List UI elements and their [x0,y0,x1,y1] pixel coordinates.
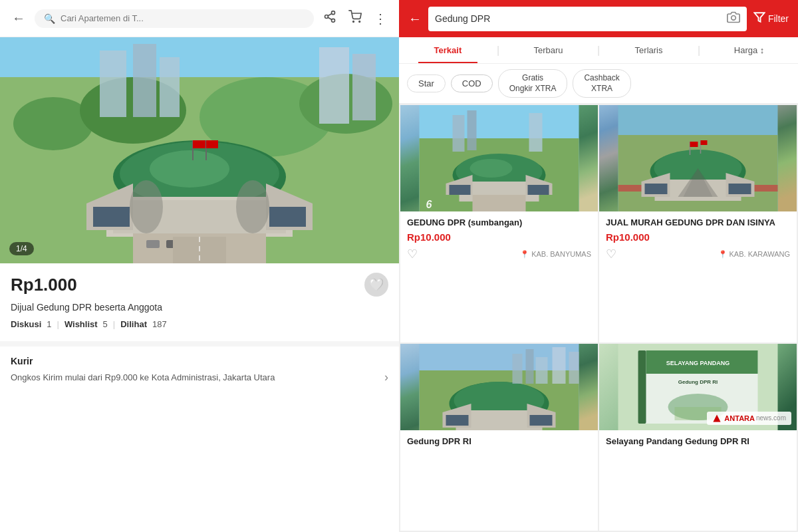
svg-rect-85 [569,352,579,384]
chip-gratis-ongkir[interactable]: GratisOngkir XTRA [498,69,568,98]
tab-terkait[interactable]: Terkait [399,37,497,63]
card-location-2: 📍 KAB. KARAWANG [718,250,790,259]
more-button-left[interactable]: ⋮ [371,8,390,29]
svg-point-6 [359,21,360,23]
card-price-1: Rp10.000 [407,231,591,243]
card-actions-2: ♡ 📍 KAB. KARAWANG [606,247,790,261]
chip-cod[interactable]: COD [451,74,493,92]
svg-rect-81 [513,354,523,384]
svg-rect-88 [638,350,646,424]
svg-point-20 [150,150,229,188]
filter-label: Filter [768,13,789,24]
search-input-wrap[interactable] [428,7,747,31]
chip-cashback[interactable]: CashbackXTRA [573,69,630,98]
product-image-3 [400,344,598,430]
card-location-1: 📍 KAB. BANYUMAS [520,250,591,259]
chip-star[interactable]: Star [407,74,446,92]
product-image-1: 6 [400,105,598,211]
camera-icon[interactable] [727,11,740,27]
svg-rect-36 [193,140,206,148]
svg-rect-27 [93,207,130,227]
svg-rect-28 [269,207,306,227]
svg-rect-80 [530,415,553,426]
svg-rect-54 [529,113,543,152]
product-card-2[interactable]: JUAL MURAH GEDUNG DPR DAN ISINYA Rp10.00… [599,105,797,342]
product-info: Rp1.000 🤍 Dijual Gedung DPR beserta Angg… [0,263,399,338]
product-card-3[interactable]: Gedung DPR RI [400,344,598,531]
svg-rect-49 [450,185,471,195]
tab-harga[interactable]: Harga ↕ [700,37,798,63]
svg-rect-66 [645,184,668,194]
heart-icon: 🤍 [369,277,384,292]
right-header: ← Filter [399,0,798,37]
svg-marker-40 [754,13,764,22]
right-panel: ← Filter Terkait | Terbaru [399,0,798,532]
svg-rect-16 [319,47,349,124]
main-product-image [0,37,399,263]
search-input-left[interactable] [61,13,305,23]
product-image-4: SELAYANG PANDANG Gedung DPR RI ANTARA ne… [599,344,797,430]
svg-line-4 [328,13,332,15]
wishlist-value: 5 [103,319,108,329]
svg-line-3 [328,17,332,19]
kurir-description[interactable]: Ongkos Kirim mulai dari Rp9.000 ke Kota … [11,370,388,384]
svg-rect-30 [146,240,160,248]
card-title-4: Selayang Pandang Gedung DPR RI [606,436,790,448]
product-card-1[interactable]: 6 GEDUNG DPR (sumbangan) Rp10.000 ♡ 📍 KA… [400,105,598,342]
svg-rect-79 [446,415,469,426]
cart-button-left[interactable] [346,7,364,29]
card-body-1: GEDUNG DPR (sumbangan) Rp10.000 ♡ 📍 KAB.… [400,211,598,267]
svg-text:SELAYANG PANDANG: SELAYANG PANDANG [666,360,730,366]
svg-rect-50 [528,185,549,195]
wishlist-button[interactable]: 🤍 [364,273,388,297]
back-button-right[interactable]: ← [408,11,422,27]
product-price: Rp1.000 [11,275,77,295]
product-image-container: 1/4 [0,37,399,263]
antara-brand: ANTARA [724,414,755,422]
share-button[interactable] [321,7,339,29]
svg-point-25 [130,180,163,233]
back-button-left[interactable]: ← [9,8,28,29]
svg-rect-83 [536,357,548,384]
image-counter: 1/4 [9,242,34,255]
svg-point-26 [236,180,269,233]
product-image-2 [599,105,797,211]
tab-terlaris[interactable]: Terlaris [600,37,698,63]
antara-domain: news.com [756,414,786,422]
kurir-desc-text: Ongkos Kirim mulai dari Rp9.000 ke Kota … [11,372,275,382]
svg-rect-13 [100,51,126,117]
svg-text:Gedung DPR RI: Gedung DPR RI [678,379,718,385]
svg-rect-17 [352,54,376,120]
search-input-right[interactable] [435,13,723,24]
svg-rect-52 [453,115,465,152]
wishlist-label: Wishlist [65,319,98,329]
svg-marker-94 [714,414,721,422]
tab-terbaru[interactable]: Terbaru [499,37,597,63]
svg-point-39 [732,15,736,20]
card-body-4: Selayang Pandang Gedung DPR RI [599,430,797,456]
dilihat-value: 187 [152,319,167,329]
left-header: ← 🔍 ⋮ [0,0,399,37]
location-pin-icon-1: 📍 [520,250,529,259]
card-title-2: JUAL MURAH GEDUNG DPR DAN ISINYA [606,217,790,229]
card-heart-2[interactable]: ♡ [606,247,616,261]
chevron-right-icon: › [384,370,388,384]
card-body-3: Gedung DPR RI [400,430,598,456]
card-body-2: JUAL MURAH GEDUNG DPR DAN ISINYA Rp10.00… [599,211,797,267]
sort-tabs: Terkait | Terbaru | Terlaris | Harga ↕ [399,37,798,64]
card-actions-1: ♡ 📍 KAB. BANYUMAS [407,247,591,261]
filter-chips: Star COD GratisOngkir XTRA CashbackXTRA [399,64,798,104]
card-price-2: Rp10.000 [606,231,790,243]
filter-button[interactable]: Filter [753,11,789,27]
product-card-4[interactable]: SELAYANG PANDANG Gedung DPR RI ANTARA ne… [599,344,797,531]
svg-rect-67 [729,184,751,194]
card-heart-1[interactable]: ♡ [407,247,418,261]
svg-text:6: 6 [426,199,432,210]
card-title-1: GEDUNG DPR (sumbangan) [407,217,591,229]
diskusi-value: 1 [47,319,51,329]
kurir-section: Kurir Ongkos Kirim mulai dari Rp9.000 ke… [0,341,399,394]
search-bar-left[interactable]: 🔍 [35,9,314,28]
svg-rect-53 [467,110,477,150]
card-title-3: Gedung DPR RI [407,436,591,448]
products-grid: 6 GEDUNG DPR (sumbangan) Rp10.000 ♡ 📍 KA… [399,104,798,532]
